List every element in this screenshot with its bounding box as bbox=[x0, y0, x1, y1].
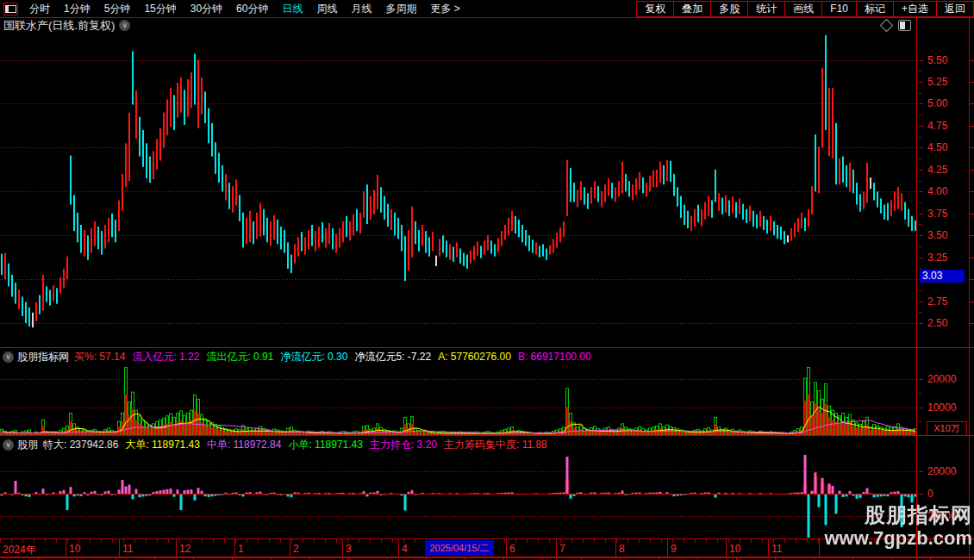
axis-tick bbox=[919, 103, 923, 104]
date-axis-month-label: 1 bbox=[238, 543, 244, 555]
toolbar-timeframe-item[interactable]: 分时 bbox=[23, 1, 56, 17]
axis-tick bbox=[919, 202, 921, 203]
volume-axis-label: 10000 bbox=[927, 401, 965, 414]
indicator-field: 主力筹码集中度: 11.88 bbox=[444, 438, 547, 452]
indicator-field: 特大: 237942.86 bbox=[43, 438, 118, 452]
date-axis-month-label: 8 bbox=[619, 543, 625, 555]
date-axis-separator bbox=[342, 539, 343, 557]
axis-tick bbox=[970, 147, 974, 148]
toolbar-timeframe-item[interactable]: 多周期 bbox=[379, 1, 422, 17]
date-axis-separator bbox=[234, 539, 235, 557]
price-axis-label: 4.50 bbox=[927, 141, 965, 153]
axis-tick bbox=[919, 224, 921, 225]
toolbar-timeframe-item[interactable]: 15分钟 bbox=[138, 1, 182, 17]
price-axis-label: 5.50 bbox=[927, 54, 965, 66]
volume-chart[interactable] bbox=[0, 366, 916, 435]
date-axis-separator bbox=[819, 539, 820, 557]
price-axis-label: 5.25 bbox=[927, 76, 965, 88]
volume-axis-label: 20000 bbox=[927, 373, 965, 385]
date-axis-month-label: 2024年 bbox=[3, 543, 36, 557]
indicator-name: 股朋指标网 bbox=[17, 350, 69, 364]
chevron-down-icon[interactable]: ∨ bbox=[119, 20, 130, 31]
toolbar-timeframe-item[interactable]: 5分钟 bbox=[98, 1, 137, 17]
toolbar-tool-button[interactable]: 多股 bbox=[710, 1, 748, 17]
fund-flow-indicator-row: ∨ 股朋指标网 买%: 57.14流入亿元: 1.22流出亿元: 0.91净流亿… bbox=[0, 348, 916, 365]
price-axis-label: 3.25 bbox=[927, 252, 965, 264]
toolbar-tool-button[interactable]: 复权 bbox=[636, 1, 674, 17]
axis-tick bbox=[919, 147, 923, 148]
crosshair-date-badge: 2025/04/15/二 bbox=[425, 540, 494, 556]
indicator-field: B: 66917100.00 bbox=[518, 351, 591, 363]
layout-icon[interactable] bbox=[3, 3, 18, 16]
price-axis-label: 5.00 bbox=[927, 97, 965, 109]
toolbar-timeframe-item[interactable]: 月线 bbox=[345, 1, 378, 17]
tool-button-group: 复权叠加多股统计画线F10标记+自选返回 bbox=[637, 1, 974, 17]
toolbar-tool-button[interactable]: 画线 bbox=[784, 1, 822, 17]
toolbar-tool-button[interactable]: F10 bbox=[821, 1, 857, 17]
date-axis-month-label: 2 bbox=[293, 543, 299, 555]
price-axis-label: 2.50 bbox=[927, 317, 965, 329]
indicator-field: 大单: 118971.43 bbox=[125, 438, 200, 452]
toolbar-timeframe-item[interactable]: 日线 bbox=[276, 1, 309, 17]
stock-title: 国联水产(日线.前复权) bbox=[0, 18, 115, 34]
toolbar-timeframe-item[interactable]: 60分钟 bbox=[230, 1, 274, 17]
date-axis-month-label: 4 bbox=[402, 543, 408, 555]
axis-tick bbox=[919, 71, 921, 72]
indicator-field: 净流亿元: 0.30 bbox=[280, 350, 347, 364]
axis-tick bbox=[919, 214, 923, 215]
date-axis-separator bbox=[290, 539, 290, 557]
date-axis-separator bbox=[506, 539, 507, 557]
stock-app-window: 分时1分钟5分钟15分钟30分钟60分钟日线周线月线多周期更多 > 复权叠加多股… bbox=[0, 0, 974, 560]
date-axis-month-label: 6 bbox=[509, 543, 515, 555]
indicator-name: 股朋 bbox=[17, 438, 38, 452]
axis-tick bbox=[919, 302, 923, 302]
price-axis-label: 2.75 bbox=[927, 296, 965, 308]
axis-tick bbox=[919, 170, 923, 171]
price-axis-label: 4.25 bbox=[927, 164, 965, 176]
date-axis-separator bbox=[119, 539, 120, 557]
split-pane-icon[interactable] bbox=[898, 20, 911, 31]
flow-axis-label: 20000 bbox=[927, 465, 965, 477]
axis-border-right bbox=[969, 18, 970, 557]
candlestick-chart[interactable] bbox=[0, 34, 916, 347]
chevron-down-icon[interactable]: ∨ bbox=[3, 439, 14, 451]
axis-tick bbox=[970, 126, 974, 127]
axis-tick bbox=[919, 290, 921, 291]
price-axis-label: 3.50 bbox=[927, 229, 965, 241]
toolbar-tool-button[interactable]: 叠加 bbox=[673, 1, 711, 17]
axis-tick bbox=[919, 494, 923, 495]
toolbar-tool-button[interactable]: 标记 bbox=[856, 1, 894, 17]
axis-tick bbox=[919, 379, 923, 380]
chevron-down-icon[interactable]: ∨ bbox=[3, 352, 14, 363]
order-size-indicator-row: ∨ 股朋 特大: 237942.86大单: 118971.43中单: 11897… bbox=[0, 436, 916, 453]
axis-tick bbox=[919, 393, 921, 394]
toolbar-tool-button[interactable]: 返回 bbox=[936, 1, 974, 17]
toolbar-timeframe-item[interactable]: 周线 bbox=[310, 1, 343, 17]
date-axis-month-label: 10 bbox=[69, 543, 80, 555]
axis-tick bbox=[970, 191, 974, 192]
axis-tick bbox=[970, 302, 974, 302]
date-axis-month-label: 3 bbox=[346, 543, 352, 555]
diamond-marker-icon[interactable] bbox=[880, 19, 894, 33]
axis-tick bbox=[919, 191, 923, 192]
toolbar-timeframe-item[interactable]: 1分钟 bbox=[58, 1, 97, 17]
axis-tick bbox=[919, 137, 921, 138]
date-axis-separator bbox=[556, 539, 557, 557]
toolbar-tool-button[interactable]: +自选 bbox=[893, 1, 937, 17]
watermark: 股朋指标网 www.7gpzb.com bbox=[824, 503, 972, 549]
date-axis-separator bbox=[176, 539, 177, 557]
axis-tick bbox=[919, 421, 921, 422]
toolbar-timeframe-item[interactable]: 更多 > bbox=[424, 1, 465, 17]
axis-tick bbox=[919, 323, 923, 324]
axis-tick bbox=[970, 279, 974, 280]
toolbar-timeframe-item[interactable]: 30分钟 bbox=[184, 1, 228, 17]
indicator-field: 主力持仓: 3.20 bbox=[370, 438, 437, 452]
axis-tick bbox=[970, 82, 974, 83]
indicator-field: 流入亿元: 1.22 bbox=[132, 350, 199, 364]
toolbar-tool-button[interactable]: 统计 bbox=[747, 1, 785, 17]
axis-tick bbox=[970, 170, 974, 171]
axis-tick bbox=[919, 408, 923, 408]
money-flow-chart[interactable] bbox=[0, 455, 916, 538]
date-axis-month-label: 12 bbox=[179, 543, 190, 555]
axis-border-left bbox=[916, 18, 917, 557]
